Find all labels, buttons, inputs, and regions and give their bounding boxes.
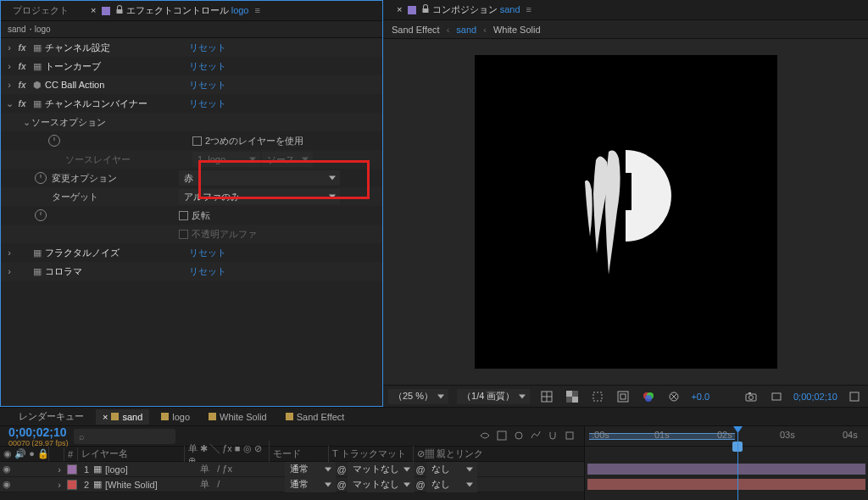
source-dropdown[interactable]: ソース — [262, 152, 313, 167]
trkmat-dropdown[interactable]: マットなし — [348, 462, 415, 477]
preview-content — [566, 143, 685, 287]
search-input[interactable] — [74, 429, 175, 444]
quality-dropdown[interactable]: （1/4 画質） — [457, 389, 530, 404]
reset-exposure-icon[interactable] — [665, 389, 682, 404]
chevron-down-icon[interactable]: ⌄ — [4, 98, 14, 109]
graph-editor-icon[interactable] — [530, 430, 542, 442]
layer-bar[interactable] — [587, 464, 865, 475]
pickwhip-icon[interactable]: @ — [415, 464, 426, 475]
adjustment-icon[interactable] — [564, 430, 576, 442]
transparency-grid-icon[interactable] — [564, 389, 581, 404]
close-icon[interactable]: × — [397, 4, 402, 14]
target-dropdown[interactable]: アルファのみ — [179, 189, 340, 204]
bc-item-active[interactable]: sand — [456, 25, 476, 35]
bc-item[interactable]: White Solid — [493, 25, 541, 35]
chevron-down-icon[interactable]: ⌄ — [21, 117, 31, 128]
fx-toggle[interactable]: fx — [14, 81, 30, 90]
chevron-left-icon: ‹ — [447, 25, 450, 35]
roi-icon[interactable] — [615, 389, 632, 404]
reset-button[interactable]: リセット — [189, 97, 240, 110]
fx-toggle[interactable]: fx — [14, 43, 30, 53]
mode-dropdown[interactable]: 通常 — [285, 477, 336, 492]
zoom-dropdown[interactable]: （25 %） — [388, 389, 448, 404]
viewer[interactable] — [383, 39, 868, 385]
chevron-right-icon[interactable]: › — [4, 42, 14, 53]
current-time[interactable]: 0;00;02;10 — [8, 425, 69, 439]
grid-icon[interactable] — [538, 389, 555, 404]
tab-project[interactable]: プロジェクト — [8, 1, 74, 20]
comp-swatch-icon — [111, 413, 119, 420]
pickwhip-icon[interactable]: @ — [336, 480, 348, 490]
chevron-right-icon[interactable]: › — [4, 266, 14, 276]
parent-dropdown[interactable]: なし — [426, 462, 477, 477]
visibility-toggle[interactable]: ◉ — [0, 464, 14, 475]
layer-color-swatch[interactable] — [67, 480, 77, 490]
effect-name[interactable]: コロラマ — [45, 265, 189, 278]
chevron-right-icon[interactable]: › — [54, 464, 64, 475]
visibility-toggle[interactable]: ◉ — [0, 479, 14, 490]
pickwhip-icon[interactable]: @ — [336, 464, 348, 475]
tab-comp-logo[interactable]: logo — [154, 409, 197, 425]
reset-button[interactable]: リセット — [189, 60, 240, 73]
preview-time[interactable]: 0;00;02;10 — [793, 392, 837, 402]
layer-name[interactable]: [logo] — [105, 464, 200, 475]
panel-menu-icon[interactable]: ≡ — [526, 4, 531, 14]
snapshot-icon[interactable] — [743, 390, 760, 403]
time-ruler[interactable]: :00s 01s 02s 03s 04s — [585, 426, 868, 447]
fullscreen-icon[interactable] — [846, 389, 863, 404]
change-option-dropdown[interactable]: 赤 — [179, 170, 340, 186]
comp-breadcrumb: Sand Effect ‹ sand ‹ White Solid — [383, 20, 868, 39]
chevron-right-icon[interactable]: › — [54, 480, 64, 490]
frame-blend-icon[interactable] — [496, 430, 508, 442]
stopwatch-icon[interactable] — [35, 172, 47, 184]
layer-bar[interactable] — [587, 479, 865, 490]
panel-menu-icon[interactable]: ≡ — [255, 5, 260, 15]
invert-checkbox[interactable]: 反転 — [179, 209, 210, 222]
effect-name[interactable]: チャンネル設定 — [45, 42, 189, 54]
tab-comp-white[interactable]: White Solid — [202, 409, 274, 425]
mode-dropdown[interactable]: 通常 — [285, 462, 336, 477]
parent-dropdown[interactable]: なし — [426, 477, 477, 492]
playhead[interactable] — [737, 426, 738, 500]
layer-color-swatch[interactable] — [67, 464, 77, 475]
layer-name[interactable]: [White Solid] — [105, 480, 200, 490]
close-icon[interactable]: × — [103, 412, 108, 422]
close-icon[interactable]: × — [91, 5, 96, 15]
channel-icon[interactable] — [640, 389, 657, 404]
svg-rect-9 — [618, 392, 628, 402]
tab-composition[interactable]: × コンポジション sand ≡ — [390, 0, 537, 19]
chevron-right-icon[interactable]: › — [4, 80, 14, 90]
snap-icon[interactable] — [547, 430, 559, 442]
timeline-track-area[interactable]: :00s 01s 02s 03s 04s — [584, 426, 868, 500]
motion-blur-icon[interactable] — [513, 430, 525, 442]
mask-icon[interactable] — [589, 389, 606, 404]
source-layer-dropdown[interactable]: 1. logo — [192, 152, 260, 167]
reset-button[interactable]: リセット — [189, 247, 240, 259]
shy-icon[interactable] — [479, 430, 491, 442]
bc-item[interactable]: Sand Effect — [392, 25, 440, 35]
show-snapshot-icon[interactable] — [768, 390, 785, 403]
reset-button[interactable]: リセット — [189, 265, 240, 278]
chevron-right-icon[interactable]: › — [4, 61, 14, 71]
timeline-tabs: レンダーキュー ×sand logo White Solid Sand Effe… — [0, 408, 868, 426]
chevron-right-icon[interactable]: › — [4, 247, 14, 258]
effect-name[interactable]: フラクタルノイズ — [45, 247, 189, 259]
reset-button[interactable]: リセット — [189, 42, 240, 54]
effect-name[interactable]: トーンカーブ — [45, 60, 189, 73]
tab-comp-sand[interactable]: ×sand — [96, 409, 149, 425]
effect-name[interactable]: チャンネルコンバイナー — [45, 97, 189, 110]
pickwhip-icon[interactable]: @ — [415, 480, 426, 490]
tab-effect-controls[interactable]: × エフェクトコントロール logo ≡ — [84, 1, 265, 20]
use-second-layer-checkbox[interactable]: 2つめのレイヤーを使用 — [192, 135, 303, 147]
effect-name[interactable]: CC Ball Action — [45, 80, 189, 90]
tab-comp-sandeffect[interactable]: Sand Effect — [279, 409, 352, 425]
cube-icon: ⬢ — [30, 80, 45, 91]
stopwatch-icon[interactable] — [35, 209, 47, 221]
reset-button[interactable]: リセット — [189, 79, 240, 92]
trkmat-dropdown[interactable]: マットなし — [348, 477, 415, 492]
fx-toggle[interactable]: fx — [14, 99, 30, 108]
fx-toggle[interactable]: fx — [14, 62, 30, 71]
stopwatch-icon[interactable] — [48, 135, 60, 147]
exposure-value[interactable]: +0.0 — [691, 392, 709, 402]
tab-render-queue[interactable]: レンダーキュー — [12, 408, 91, 425]
